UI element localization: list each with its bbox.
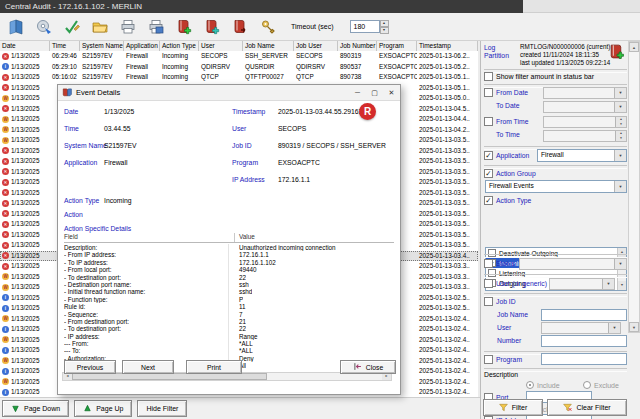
from-time-spinner[interactable]: ▲▼ xyxy=(543,116,627,128)
description-exclude-radio[interactable]: Exclude xyxy=(583,381,619,389)
action-type-checkbox[interactable]: ✓ xyxy=(484,196,493,205)
print-all-icon[interactable] xyxy=(147,18,165,35)
radio-icon[interactable] xyxy=(583,381,591,389)
close-button[interactable]: Close xyxy=(340,360,396,374)
spin-down-icon[interactable]: ▼ xyxy=(615,122,626,127)
maximize-icon[interactable]: ▢ xyxy=(366,85,383,100)
column-header-job-number[interactable]: Job Number xyxy=(338,41,377,51)
detail-row[interactable]: - From IP address:172.16.1.1 xyxy=(64,251,396,258)
from-date-checkbox[interactable] xyxy=(484,88,493,97)
column-header-time[interactable]: Time xyxy=(50,41,80,51)
spin-down-icon[interactable]: ▼ xyxy=(380,27,389,34)
show-filter-checkbox[interactable] xyxy=(484,72,493,81)
job-id-checkbox[interactable] xyxy=(484,297,493,306)
column-header-user[interactable]: User xyxy=(199,41,243,51)
table-row[interactable]: ✕1/13/202506:29:46S21597EVFirewallIncomi… xyxy=(0,51,478,62)
open-folder-icon[interactable] xyxy=(91,18,109,35)
action-group-combo[interactable]: Firewall Events ▼ xyxy=(485,180,627,193)
table-row[interactable]: ✕1/13/202505:16:02S21597EVFirewallIncomi… xyxy=(0,72,478,83)
detail-row[interactable]: - IP address:Range xyxy=(64,333,396,340)
application-combo[interactable]: Firewall ▼ xyxy=(537,149,627,162)
detail-row[interactable]: - Function type:P xyxy=(64,296,396,303)
detail-row[interactable]: - Initial thread function name:sshd xyxy=(64,288,396,295)
job-number-field[interactable] xyxy=(541,335,627,347)
detail-row[interactable]: - Destination port name:ssh xyxy=(64,281,396,288)
scroll-down-icon[interactable]: ▼ xyxy=(629,322,639,332)
add-partition-icon[interactable] xyxy=(175,18,193,35)
previous-button[interactable]: Previous xyxy=(64,360,116,374)
detail-row[interactable]: - Sequence:7 xyxy=(64,311,396,318)
scroll-down-icon[interactable]: ▼ xyxy=(618,281,626,290)
close-icon[interactable]: ✕ xyxy=(383,85,400,100)
copy-partition-icon[interactable] xyxy=(203,18,221,35)
detail-row[interactable]: --- From:*ALL xyxy=(64,340,396,347)
dropdown-icon[interactable]: ▼ xyxy=(614,88,626,98)
detail-row[interactable]: - To destination port:22 xyxy=(64,274,396,281)
table-row[interactable]: i1/13/202505:29:10S21597EVFirewallIncomi… xyxy=(0,62,478,73)
verify-icon[interactable] xyxy=(63,18,81,35)
minimize-icon[interactable]: ─ xyxy=(349,85,366,100)
filter-button[interactable]: Filter xyxy=(483,399,543,416)
radio-icon[interactable] xyxy=(526,381,534,389)
to-date-combo[interactable]: ▼ xyxy=(543,101,627,113)
view-log-icon[interactable] xyxy=(7,18,25,35)
timeout-spinner[interactable]: 180 ▲ ▼ xyxy=(350,20,380,33)
detail-row[interactable]: - To IP address:172.16.1.102 xyxy=(64,259,396,266)
scroll-left-icon[interactable]: ◄ xyxy=(63,373,72,380)
print-icon[interactable] xyxy=(119,18,137,35)
column-header-timestamp[interactable]: Timestamp xyxy=(417,41,478,51)
detail-row[interactable]: - From destination port:21 xyxy=(64,318,396,325)
column-header-date[interactable]: Date xyxy=(0,41,50,51)
column-header-program[interactable]: Program xyxy=(377,41,417,51)
page-down-button[interactable]: Page Down xyxy=(2,400,69,417)
media-icon[interactable] xyxy=(35,18,53,35)
dropdown-icon[interactable]: ▼ xyxy=(614,150,626,161)
detail-row[interactable]: - From local port:49440 xyxy=(64,266,396,273)
status-combo[interactable]: ▼ xyxy=(519,258,627,270)
print-button[interactable]: Print xyxy=(186,360,242,374)
application-checkbox[interactable]: ✓ xyxy=(484,151,493,160)
time-spin-buttons[interactable]: ▲▼ xyxy=(615,117,626,127)
description-include-radio[interactable]: Include xyxy=(526,381,560,389)
program-checkbox[interactable] xyxy=(484,355,493,364)
detail-row[interactable]: Description:Unauthorized incoming connec… xyxy=(64,244,396,251)
hide-filter-button[interactable]: Hide Filter xyxy=(137,400,187,417)
column-header-job-user[interactable]: Job User xyxy=(294,41,338,51)
from-time-checkbox[interactable] xyxy=(484,117,493,126)
job-user-combo[interactable]: ▼ xyxy=(541,322,621,334)
dropdown-icon[interactable]: ▼ xyxy=(614,259,626,269)
detail-row[interactable]: --- To:*ALL xyxy=(64,347,396,354)
to-time-spinner[interactable]: ▲▼ xyxy=(543,130,627,142)
page-up-button[interactable]: Page Up xyxy=(74,400,132,417)
from-date-combo[interactable]: ▼ xyxy=(543,87,627,99)
spin-up-icon[interactable]: ▲ xyxy=(380,20,389,27)
security-icon[interactable] xyxy=(259,18,277,35)
dropdown-icon[interactable]: ▼ xyxy=(602,279,614,289)
user-generic-checkbox[interactable] xyxy=(484,279,493,288)
dropdown-icon[interactable]: ▼ xyxy=(608,323,620,333)
dropdown-icon[interactable]: ▼ xyxy=(614,181,626,192)
program-field[interactable] xyxy=(541,353,627,365)
dropdown-icon[interactable]: ▼ xyxy=(614,102,626,112)
action-group-checkbox[interactable]: ✓ xyxy=(484,169,493,178)
user-generic-combo[interactable]: ▼ xyxy=(549,278,615,290)
status-checkbox[interactable] xyxy=(484,259,493,268)
column-header-job-name[interactable]: Job Name xyxy=(243,41,294,51)
dialog-titlebar[interactable]: Event Details ─ ▢ ✕ xyxy=(58,85,400,101)
scrollbar-thumb[interactable] xyxy=(72,373,267,380)
clear-filter-button[interactable]: Clear Filter xyxy=(547,399,627,416)
scroll-up-icon[interactable]: ▲ xyxy=(629,42,639,52)
spin-down-icon[interactable]: ▼ xyxy=(615,136,626,141)
job-name-field[interactable] xyxy=(541,309,627,321)
column-header-system-name[interactable]: System Name xyxy=(80,41,124,51)
detail-row[interactable]: - To destination port:22 xyxy=(64,325,396,332)
time-spin-buttons[interactable]: ▲▼ xyxy=(615,131,626,141)
panel-scrollbar[interactable]: ▲ ▼ xyxy=(628,41,640,333)
timeout-spin-buttons[interactable]: ▲ ▼ xyxy=(380,20,389,33)
delete-partition-icon[interactable] xyxy=(231,18,249,35)
details-list[interactable]: Description:Unauthorized incoming connec… xyxy=(64,244,396,370)
column-header-application[interactable]: Application xyxy=(124,41,160,51)
column-header-action-type[interactable]: Action Type xyxy=(160,41,199,51)
next-button[interactable]: Next xyxy=(122,360,174,374)
detail-row[interactable]: Rule id:11 xyxy=(64,303,396,310)
